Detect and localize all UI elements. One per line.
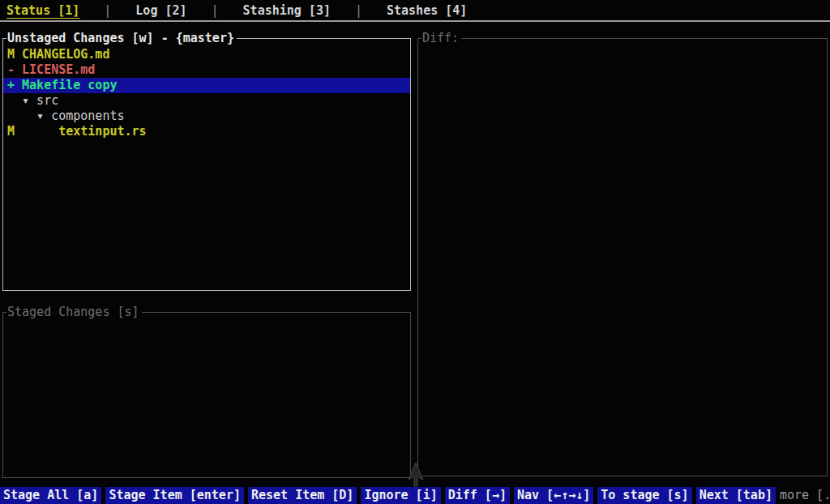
textinput.rs[interactable]: M textinput.rs [3, 124, 410, 139]
tab-separator[interactable]: | [104, 3, 111, 18]
tab-bar: Status [1]|Log [2]|Stashing [3]|Stashes … [0, 0, 830, 22]
unstaged-panel-title: Unstaged Changes [w] - {master} [6, 31, 237, 46]
unstaged-changes-panel: Unstaged Changes [w] - {master} M CHANGE… [2, 38, 411, 291]
key-hint: Diff [→] [445, 487, 510, 504]
tab-log[interactable]: Log [2] [135, 3, 186, 18]
tab-status[interactable]: Status [1] [6, 3, 79, 18]
tab-separator[interactable]: | [212, 3, 219, 18]
tab-stashing[interactable]: Stashing [3] [243, 3, 331, 18]
diff-panel: Diff: [417, 38, 828, 476]
key-hint: Stage All [a] [0, 487, 101, 504]
key-hint: Nav [←↑→↓] [514, 487, 593, 504]
components[interactable]: ▾ components [3, 109, 410, 124]
tab-stashes[interactable]: Stashes [4] [387, 3, 467, 18]
staged-panel-title: Staged Changes [s] [6, 305, 142, 320]
staged-changes-panel: Staged Changes [s] [2, 312, 411, 478]
CHANGELOG.md[interactable]: M CHANGELOG.md [3, 47, 410, 62]
mouse-cursor-icon [406, 461, 426, 489]
key-hint: Reset Item [D] [248, 487, 357, 504]
unstaged-file-list: M CHANGELOG.md- LICENSE.md+ Makefile cop… [3, 39, 410, 139]
more-hints-label: more [.] [780, 487, 830, 504]
key-hint-bar: Stage All [a]Stage Item [enter]Reset Ite… [0, 487, 830, 504]
LICENSE.md[interactable]: - LICENSE.md [3, 62, 410, 78]
key-hint: Stage Item [enter] [105, 487, 244, 504]
Makefile copy[interactable]: + Makefile copy [3, 78, 410, 93]
key-hint: To stage [s] [597, 487, 691, 504]
src[interactable]: ▾ src [3, 93, 410, 109]
diff-panel-title: Diff: [421, 31, 461, 46]
tab-separator[interactable]: | [355, 3, 362, 18]
key-hint: Ignore [i] [361, 487, 440, 504]
key-hint: Next [tab] [696, 487, 776, 504]
